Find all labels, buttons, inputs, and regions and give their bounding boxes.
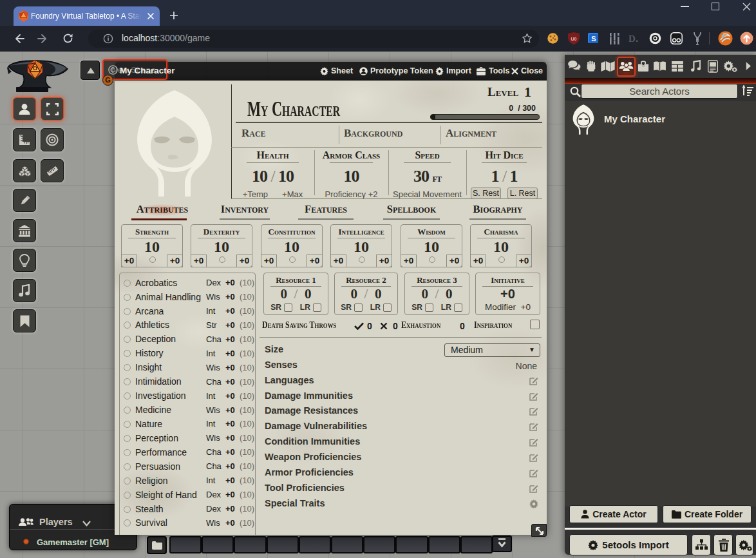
svg-text:U0: U0 (571, 37, 577, 41)
svg-text:D: D (628, 34, 636, 44)
svg-text:S: S (591, 35, 596, 43)
